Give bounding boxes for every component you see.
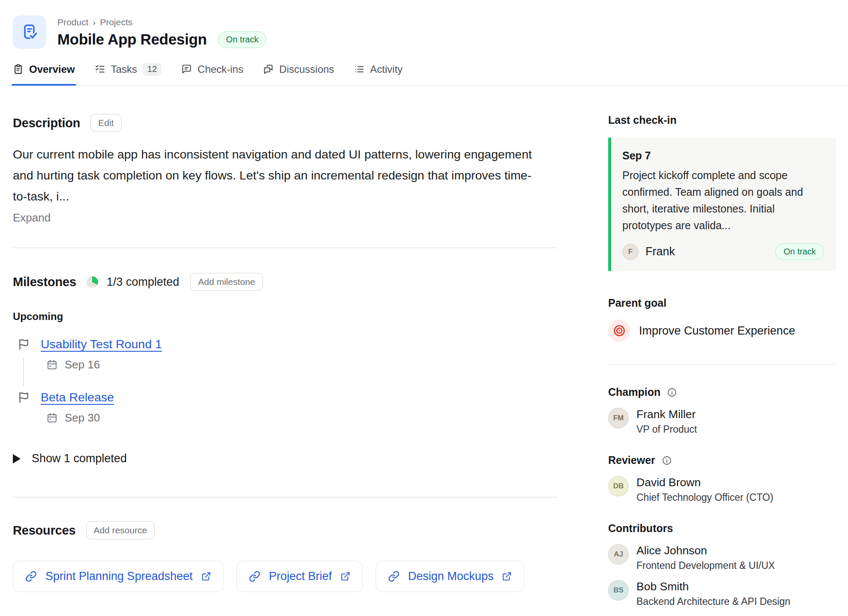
avatar: FM: [608, 408, 629, 428]
tasks-count-badge: 12: [143, 63, 161, 76]
info-icon[interactable]: [667, 387, 677, 398]
person-role: Frontend Development & UI/UX: [636, 560, 775, 571]
avatar: DB: [608, 476, 629, 496]
play-triangle-icon: [13, 454, 21, 463]
resource-link-design-mockups[interactable]: Design Mockups: [376, 561, 525, 592]
person-name: Alice Johnson: [636, 544, 775, 557]
checkin-author: Frank: [645, 245, 675, 258]
person-role: VP of Product: [636, 424, 697, 435]
sidebar-divider: [608, 364, 836, 365]
person-name: Bob Smith: [636, 580, 790, 593]
reviewer-section: Reviewer DB David Brown Chief Technology…: [608, 454, 836, 503]
last-checkin-heading: Last check-in: [608, 114, 836, 126]
checkin-status-badge: On track: [775, 243, 824, 260]
tab-tasks[interactable]: Tasks 12: [95, 63, 162, 85]
champion-heading: Champion: [608, 386, 660, 398]
description-heading: Description: [13, 116, 80, 130]
calendar-icon: [46, 412, 58, 424]
contributors-section: Contributors AJ Alice Johnson Frontend D…: [608, 522, 836, 607]
breadcrumb-separator: ›: [93, 17, 96, 27]
person-role: Backend Architecture & API Design: [636, 596, 790, 607]
tab-label: Activity: [370, 63, 403, 75]
parent-goal-section: Parent goal Improve Customer Experience: [608, 297, 836, 342]
target-icon: [608, 320, 630, 342]
description-section: Description Edit Our current mobile app …: [13, 86, 558, 224]
tab-check-ins[interactable]: Check-ins: [181, 63, 243, 85]
breadcrumb: Product › Projects: [57, 17, 266, 27]
milestone-link[interactable]: Usability Test Round 1: [41, 337, 162, 351]
checklist-icon: [95, 64, 105, 75]
last-checkin-section: Last check-in Sep 7 Project kickoff comp…: [608, 86, 836, 271]
tab-label: Overview: [29, 63, 75, 75]
tab-label: Tasks: [111, 63, 137, 75]
link-icon: [388, 571, 400, 582]
add-resource-button[interactable]: Add resource: [86, 521, 155, 539]
resource-label: Design Mockups: [408, 570, 494, 583]
main-column: Description Edit Our current mobile app …: [13, 86, 558, 607]
milestone-item: Beta Release Sep 30: [13, 390, 558, 425]
breadcrumb-item-projects[interactable]: Projects: [100, 17, 132, 27]
checkin-text: Project kickoff complete and scope confi…: [622, 167, 811, 234]
reviewer-person: DB David Brown Chief Technology Officer …: [608, 476, 836, 503]
champion-section: Champion FM Frank Miller VP of Product: [608, 386, 836, 435]
parent-goal-heading: Parent goal: [608, 297, 836, 309]
description-text: Our current mobile app has inconsistent …: [13, 144, 540, 207]
checkin-card[interactable]: Sep 7 Project kickoff complete and scope…: [608, 138, 836, 271]
milestones-section: Milestones 1/3 completed Add milestone U…: [13, 273, 558, 465]
parent-goal-link[interactable]: Improve Customer Experience: [608, 320, 836, 342]
milestone-date: Sep 30: [65, 411, 100, 425]
two-bubbles-icon: [263, 64, 274, 75]
pie-progress-icon: [87, 276, 98, 288]
info-icon[interactable]: [662, 455, 672, 466]
project-icon: [13, 15, 46, 49]
page-title: Mobile App Redesign: [57, 31, 207, 48]
link-icon: [249, 571, 260, 582]
flag-icon: [17, 338, 30, 351]
resource-label: Project Brief: [269, 570, 332, 583]
edit-description-button[interactable]: Edit: [90, 114, 121, 132]
contributors-heading: Contributors: [608, 522, 836, 535]
milestone-link[interactable]: Beta Release: [41, 390, 114, 404]
tab-bar: Overview Tasks 12: [0, 63, 848, 86]
tab-label: Check-ins: [197, 63, 243, 75]
flag-icon: [17, 391, 30, 404]
show-completed-label: Show 1 completed: [32, 452, 127, 465]
person-name: Frank Miller: [636, 408, 697, 421]
section-divider: [13, 497, 558, 497]
milestones-progress: 1/3 completed: [107, 275, 179, 289]
person-name: David Brown: [636, 476, 773, 489]
external-link-icon: [340, 571, 350, 581]
champion-person: FM Frank Miller VP of Product: [608, 408, 836, 435]
link-icon: [25, 571, 37, 582]
avatar: AJ: [608, 544, 629, 565]
contributor-person: BS Bob Smith Backend Architecture & API …: [608, 580, 836, 607]
show-completed-toggle[interactable]: Show 1 completed: [13, 452, 558, 465]
expand-link[interactable]: Expand: [13, 211, 51, 224]
sidebar: Last check-in Sep 7 Project kickoff comp…: [608, 86, 836, 607]
resource-link-project-brief[interactable]: Project Brief: [236, 561, 363, 592]
resource-label: Sprint Planning Spreadsheet: [45, 570, 193, 583]
resources-section: Resources Add resource Sprint Planning S…: [13, 521, 558, 592]
external-link-icon: [201, 571, 211, 581]
tab-discussions[interactable]: Discussions: [263, 63, 334, 85]
resources-heading: Resources: [13, 523, 76, 538]
mobile-check-icon: [20, 22, 39, 42]
calendar-icon: [46, 359, 58, 371]
upcoming-label: Upcoming: [13, 311, 558, 323]
clipboard-icon: [13, 64, 24, 75]
external-link-icon: [502, 571, 512, 581]
project-header: Product › Projects Mobile App Redesign O…: [0, 0, 848, 86]
resource-link-sprint-planning[interactable]: Sprint Planning Spreadsheet: [13, 561, 224, 592]
tab-overview[interactable]: Overview: [13, 63, 75, 85]
breadcrumb-item-product[interactable]: Product: [57, 17, 88, 27]
milestones-heading: Milestones: [13, 275, 76, 289]
reviewer-heading: Reviewer: [608, 454, 655, 466]
speech-bubble-icon: [181, 64, 192, 75]
status-badge: On track: [218, 31, 267, 48]
tab-activity[interactable]: Activity: [354, 63, 403, 85]
person-role: Chief Technology Officer (CTO): [636, 492, 773, 503]
add-milestone-button[interactable]: Add milestone: [190, 273, 263, 291]
section-divider: [13, 248, 558, 248]
avatar: F: [622, 244, 639, 260]
parent-goal-label: Improve Customer Experience: [639, 324, 795, 338]
